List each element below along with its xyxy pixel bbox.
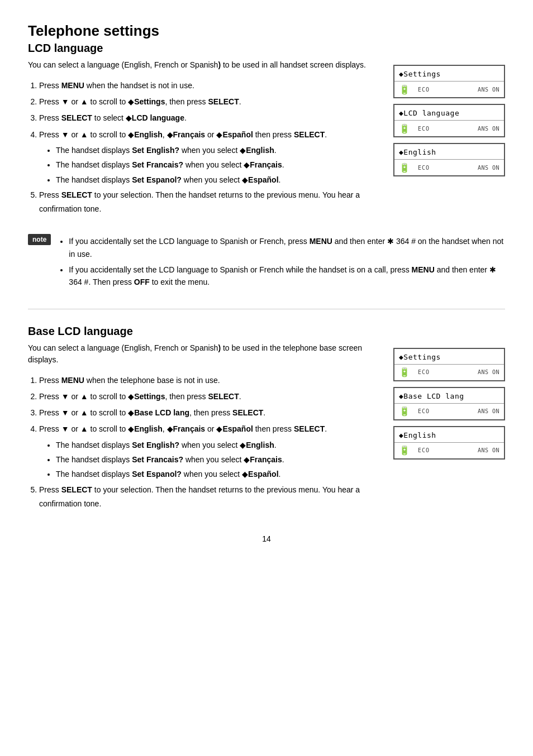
lcd-screen-2: ◆LCD language 🔋 ECO ANS ON <box>393 104 505 137</box>
base-eco-label-1: ECO <box>418 369 430 375</box>
base-screen-2: ◆Base LCD lang 🔋 ECO ANS ON <box>393 387 505 420</box>
note-box: note If you accidentally set the LCD lan… <box>28 233 505 292</box>
lcd-screen-1-top: ◆Settings <box>394 66 504 82</box>
battery-icon-1: 🔋 <box>399 84 410 95</box>
base-screen-2-top: ◆Base LCD lang <box>394 388 504 404</box>
lcd-screens-col: ◆Settings 🔋 ECO ANS ON ◆LCD language 🔋 E… <box>393 65 505 176</box>
lcd-bullets: The handset displays Set English? when y… <box>56 144 382 186</box>
base-bullet-3: The handset displays Set Espanol? when y… <box>56 468 382 480</box>
base-ans-label-3: ANS ON <box>478 447 499 453</box>
main-title: Telephone settings <box>28 22 505 40</box>
lcd-screen-2-bottom: 🔋 ECO ANS ON <box>394 121 504 136</box>
base-text-col: You can select a language (English, Fren… <box>28 342 382 518</box>
base-step-4: Press ▼ or ▲ to scroll to ◆English, ◆Fra… <box>39 422 382 480</box>
base-battery-icon-3: 🔋 <box>399 445 410 456</box>
lcd-screen-2-top: ◆LCD language <box>394 105 504 121</box>
base-bullet-1: The handset displays Set English? when y… <box>56 439 382 451</box>
page-number: 14 <box>28 534 505 543</box>
base-bullets: The handset displays Set English? when y… <box>56 439 382 481</box>
base-eco-label-3: ECO <box>418 447 430 453</box>
base-screens-col: ◆Settings 🔋 ECO ANS ON ◆Base LCD lang 🔋 … <box>393 348 505 460</box>
lcd-screen-1: ◆Settings 🔋 ECO ANS ON <box>393 65 505 98</box>
lcd-text-col: You can select a language (English, Fren… <box>28 59 382 223</box>
base-screen-3-top: ◆English <box>394 427 504 443</box>
base-step-2: Press ▼ or ▲ to scroll to ◆Settings, the… <box>39 390 382 404</box>
lcd-step-2: Press ▼ or ▲ to scroll to ◆Settings, the… <box>39 95 382 109</box>
lcd-screen-3-bottom: 🔋 ECO ANS ON <box>394 160 504 175</box>
eco-label-3: ECO <box>418 165 430 171</box>
eco-label-2: ECO <box>418 126 430 132</box>
lcd-intro: You can select a language (English, Fren… <box>28 59 382 71</box>
section-divider <box>28 309 505 309</box>
section1-subtitle: LCD language <box>28 42 505 55</box>
lcd-step-5: Press SELECT to your selection. Then the… <box>39 188 382 216</box>
base-step-1: Press MENU when the telephone base is no… <box>39 374 382 387</box>
base-ans-label-2: ANS ON <box>478 408 499 414</box>
ans-label-3: ANS ON <box>478 165 499 171</box>
lcd-bullet-1: The handset displays Set English? when y… <box>56 144 382 156</box>
battery-icon-2: 🔋 <box>399 123 410 134</box>
base-screen-1: ◆Settings 🔋 ECO ANS ON <box>393 348 505 381</box>
base-step-3: Press ▼ or ▲ to scroll to ◆Base LCD lang… <box>39 406 382 420</box>
lcd-bullet-2: The handset displays Set Francais? when … <box>56 159 382 171</box>
lcd-step-3: Press SELECT to select ◆LCD language. <box>39 111 382 125</box>
ans-label-2: ANS ON <box>478 126 499 132</box>
lcd-screen-1-bottom: 🔋 ECO ANS ON <box>394 82 504 97</box>
base-battery-icon-2: 🔋 <box>399 406 410 417</box>
lcd-screen-3: ◆English 🔋 ECO ANS ON <box>393 143 505 176</box>
base-lcd-section: Base LCD language You can select a langu… <box>28 325 505 518</box>
battery-icon-3: 🔋 <box>399 162 410 173</box>
lcd-language-section: You can select a language (English, Fren… <box>28 59 505 292</box>
base-screen-3: ◆English 🔋 ECO ANS ON <box>393 426 505 460</box>
ans-label-1: ANS ON <box>478 87 499 93</box>
base-step-5: Press SELECT to your selection. Then the… <box>39 483 382 511</box>
section2-subtitle: Base LCD language <box>28 325 505 338</box>
lcd-step-4: Press ▼ or ▲ to scroll to ◆English, ◆Fra… <box>39 128 382 186</box>
note-item-1: If you accidentally set the LCD language… <box>69 235 505 260</box>
lcd-step-1: Press MENU when the handset is not in us… <box>39 79 382 93</box>
base-eco-label-2: ECO <box>418 408 430 414</box>
lcd-screen-3-top: ◆English <box>394 144 504 160</box>
base-battery-icon-1: 🔋 <box>399 367 410 377</box>
base-bullet-2: The handset displays Set Francais? when … <box>56 453 382 466</box>
base-screen-1-bottom: 🔋 ECO ANS ON <box>394 365 504 380</box>
base-screen-2-bottom: 🔋 ECO ANS ON <box>394 404 504 419</box>
base-screen-3-bottom: 🔋 ECO ANS ON <box>394 443 504 458</box>
lcd-steps-list: Press MENU when the handset is not in us… <box>39 79 382 216</box>
note-item-2: If you accidentally set the LCD language… <box>69 264 505 289</box>
note-label: note <box>28 234 51 245</box>
note-content: If you accidentally set the LCD language… <box>59 233 505 292</box>
base-intro: You can select a language (English, Fren… <box>28 342 382 366</box>
base-ans-label-1: ANS ON <box>478 369 499 375</box>
eco-label-1: ECO <box>418 87 430 93</box>
base-steps-list: Press MENU when the telephone base is no… <box>39 374 382 511</box>
lcd-bullet-3: The handset displays Set Espanol? when y… <box>56 174 382 186</box>
base-screen-1-top: ◆Settings <box>394 349 504 365</box>
page-title-group: Telephone settings LCD language <box>28 22 505 55</box>
